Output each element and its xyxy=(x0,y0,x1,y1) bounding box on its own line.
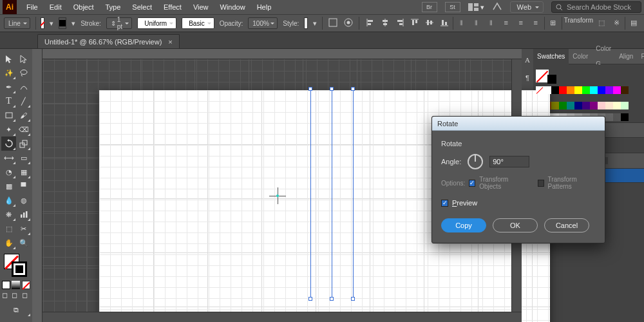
menu-object[interactable]: Object xyxy=(68,0,100,14)
ruler-horizontal[interactable] xyxy=(32,49,522,59)
stock-icon[interactable]: St xyxy=(445,2,460,12)
swatch[interactable] xyxy=(559,86,567,94)
copy-button[interactable]: Copy xyxy=(441,218,486,232)
opacity-input[interactable]: 100% xyxy=(248,17,278,29)
color-mode-gradient[interactable] xyxy=(12,281,20,289)
swatch[interactable] xyxy=(605,113,613,121)
swatch[interactable] xyxy=(605,102,613,109)
arrange-docs-icon[interactable]: ▾ xyxy=(468,3,484,12)
menu-view[interactable]: View xyxy=(187,0,214,14)
swatch[interactable] xyxy=(613,113,621,121)
scrollbar-horizontal[interactable] xyxy=(43,312,522,322)
rotate-tool[interactable] xyxy=(1,137,16,151)
swatch[interactable] xyxy=(544,86,551,94)
align-bottom-icon[interactable] xyxy=(438,17,451,28)
eraser-tool[interactable]: ⌫ xyxy=(16,122,31,137)
stroke-weight[interactable]: ⇕1 pt xyxy=(106,17,132,29)
swatch[interactable] xyxy=(621,113,629,121)
menu-select[interactable]: Select xyxy=(126,0,158,14)
draw-normal-icon[interactable]: ◻ xyxy=(2,291,10,299)
anchor-point[interactable] xyxy=(351,297,355,301)
perspective-tool[interactable]: ▦ xyxy=(16,165,31,179)
swatch[interactable] xyxy=(574,86,582,94)
path-line[interactable] xyxy=(332,89,332,299)
anchor-point[interactable] xyxy=(308,87,312,91)
align-vcenter-icon[interactable] xyxy=(423,17,436,28)
recolor-icon[interactable] xyxy=(343,17,354,29)
direct-select-tool[interactable] xyxy=(16,52,31,66)
lasso-tool[interactable] xyxy=(16,66,31,80)
dist-6-icon[interactable]: ≡ xyxy=(529,17,542,28)
swatch[interactable] xyxy=(605,86,613,94)
swatch[interactable] xyxy=(613,86,621,94)
screenmode-button[interactable]: ⧉ xyxy=(1,303,31,317)
stroke-swatch[interactable] xyxy=(59,17,66,29)
preview-checkbox[interactable]: ✓ xyxy=(441,200,448,207)
swatch[interactable] xyxy=(590,102,598,109)
eyedropper-tool[interactable]: 💧 xyxy=(1,193,16,207)
swatch[interactable] xyxy=(567,86,574,94)
swatch[interactable] xyxy=(598,86,605,94)
transform-patterns-checkbox[interactable] xyxy=(538,180,544,187)
menu-effect[interactable]: Effect xyxy=(158,0,187,14)
tab-swatches[interactable]: Swatches xyxy=(533,49,569,64)
xy-icon[interactable]: ※ xyxy=(610,17,623,28)
angle-input[interactable] xyxy=(489,156,529,167)
align-top-icon[interactable] xyxy=(408,17,421,28)
brush-tool[interactable]: 🖌 xyxy=(16,108,31,122)
graphic-style[interactable] xyxy=(304,17,308,29)
swatch[interactable] xyxy=(590,86,598,94)
hand-tool[interactable]: ✋ xyxy=(1,236,16,250)
anchor-point[interactable] xyxy=(330,297,334,301)
menu-window[interactable]: Window xyxy=(214,0,251,14)
fill-swatch[interactable] xyxy=(41,17,44,29)
isolate-icon[interactable]: ⬚ xyxy=(595,17,608,28)
color-mode-row[interactable] xyxy=(1,281,31,290)
width-tool[interactable]: ⟷ xyxy=(1,151,16,165)
fill-stroke-control[interactable] xyxy=(1,254,31,279)
close-tab-icon[interactable]: × xyxy=(168,38,172,46)
swatch[interactable] xyxy=(559,102,567,109)
magic-wand-tool[interactable]: ✨ xyxy=(1,66,16,80)
zoom-tool[interactable]: 🔍 xyxy=(16,236,31,250)
swatch[interactable] xyxy=(582,86,590,94)
pen-tool[interactable]: ✒ xyxy=(1,80,16,94)
swatch[interactable] xyxy=(574,102,582,109)
bridge-icon[interactable]: Br xyxy=(422,2,437,12)
swatch[interactable] xyxy=(582,102,590,109)
menu-edit[interactable]: Edit xyxy=(44,0,68,14)
graph-tool[interactable] xyxy=(16,207,31,222)
free-transform-tool[interactable]: ▭ xyxy=(16,151,31,165)
tab-pathfinder[interactable]: Pathfi xyxy=(637,49,644,64)
rotate-center-point[interactable] xyxy=(276,194,279,197)
transform-label[interactable]: Transform xyxy=(564,17,593,30)
path-line[interactable] xyxy=(353,89,354,299)
dist-4-icon[interactable]: ≡ xyxy=(500,17,513,28)
type-tool[interactable]: T xyxy=(1,94,16,108)
artboard-tool[interactable]: ⬚ xyxy=(1,222,16,236)
menu-file[interactable]: File xyxy=(21,0,44,14)
screen-mode-row[interactable]: ◻ ◻ ◻ xyxy=(1,291,31,300)
color-mode-solid[interactable] xyxy=(2,281,10,289)
angle-dial[interactable] xyxy=(468,154,483,169)
tab-align[interactable]: Align xyxy=(615,49,637,64)
dialog-titlebar[interactable]: Rotate xyxy=(432,117,605,131)
anchor-point[interactable] xyxy=(330,87,334,91)
panel-menu-icon[interactable]: ▤ xyxy=(627,17,640,28)
swatch[interactable] xyxy=(551,86,559,94)
character-panel-icon[interactable]: A xyxy=(522,54,533,66)
swatch[interactable] xyxy=(621,102,629,109)
shape-builder-tool[interactable]: ◔ xyxy=(1,165,16,179)
rect-tool[interactable] xyxy=(1,108,16,122)
swatch-stroke-overlay[interactable] xyxy=(545,72,558,85)
scale-tool[interactable] xyxy=(16,137,31,151)
brush-def[interactable]: Basic xyxy=(182,17,214,29)
menu-type[interactable]: Type xyxy=(100,0,127,14)
document-tab[interactable]: Untitled-1* @ 66.67% (RGB/Preview) × xyxy=(37,34,180,48)
anchor-point[interactable] xyxy=(308,297,312,301)
selection-kind[interactable]: Line xyxy=(4,17,30,29)
gpu-icon[interactable] xyxy=(492,2,502,12)
dist-1-icon[interactable]: ⦀ xyxy=(455,17,468,28)
paragraph-panel-icon[interactable]: ¶ xyxy=(522,72,533,84)
curvature-tool[interactable] xyxy=(16,80,31,94)
